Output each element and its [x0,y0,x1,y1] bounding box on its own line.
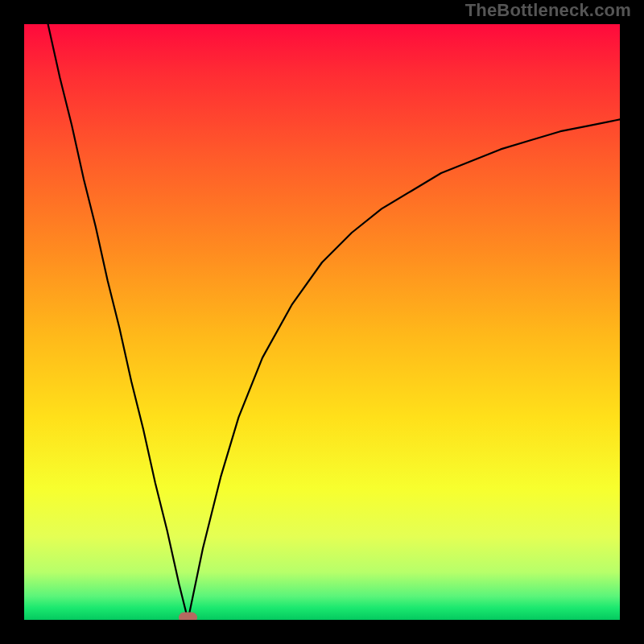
watermark-text: TheBottleneck.com [465,0,631,21]
curve-left-branch [48,24,188,620]
plot-area [24,24,620,620]
curve-right-branch [188,119,621,620]
minimum-marker [180,613,197,620]
chart-svg [24,24,620,620]
chart-frame: TheBottleneck.com [0,0,644,644]
